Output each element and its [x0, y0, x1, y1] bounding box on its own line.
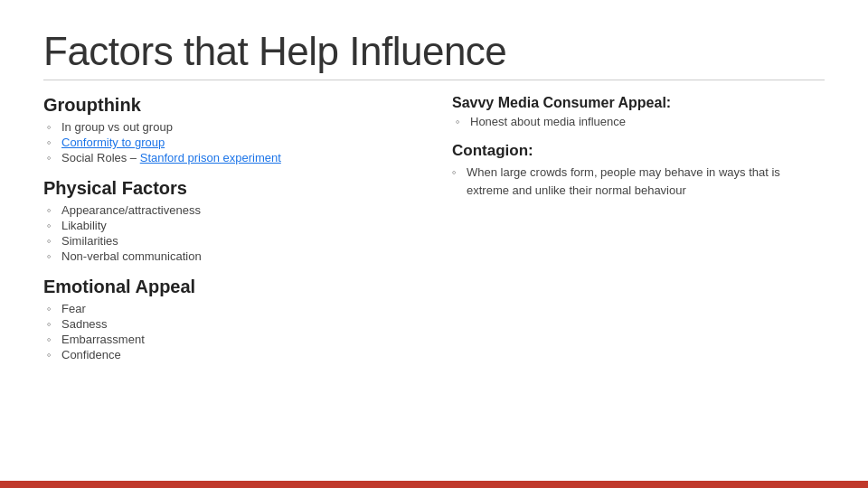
emotional-appeal-list: Fear Sadness Embarrassment Confidence: [43, 301, 416, 362]
list-item: Sadness: [47, 316, 416, 332]
list-item: Similarities: [47, 233, 416, 249]
physical-factors-title: Physical Factors: [43, 178, 416, 199]
list-item: Honest about media influence: [456, 114, 825, 129]
left-column: Groupthink In group vs out group Conform…: [43, 95, 416, 375]
groupthink-list: In group vs out group Conformity to grou…: [43, 119, 416, 165]
groupthink-title: Groupthink: [43, 95, 416, 116]
stanford-link[interactable]: Stanford prison experiment: [140, 151, 281, 164]
list-item: Social Roles – Stanford prison experimen…: [47, 150, 416, 165]
emotional-appeal-section: Emotional Appeal Fear Sadness Embarrassm…: [43, 277, 416, 362]
savvy-section: Savvy Media Consumer Appeal: Honest abou…: [452, 95, 825, 129]
title-divider: [43, 80, 825, 80]
list-item: Confidence: [47, 347, 416, 362]
two-column-layout: Groupthink In group vs out group Conform…: [43, 95, 825, 375]
physical-factors-section: Physical Factors Appearance/attractivene…: [43, 178, 416, 264]
list-item: Conformity to group: [47, 135, 416, 150]
list-item: Likability: [47, 218, 416, 233]
savvy-list: Honest about media influence: [452, 114, 825, 129]
page-content: Factors that Help Influence Groupthink I…: [0, 0, 868, 393]
emotional-appeal-title: Emotional Appeal: [43, 277, 416, 297]
conformity-link[interactable]: Conformity to group: [61, 136, 165, 149]
physical-factors-list: Appearance/attractiveness Likability Sim…: [43, 202, 416, 264]
right-column: Savvy Media Consumer Appeal: Honest abou…: [452, 95, 825, 375]
list-item: Embarrassment: [47, 332, 416, 347]
list-item: Non-verbal communication: [47, 249, 416, 264]
savvy-title: Savvy Media Consumer Appeal:: [452, 95, 825, 111]
list-item: Appearance/attractiveness: [47, 202, 416, 218]
contagion-title: Contagion:: [452, 142, 825, 160]
groupthink-section: Groupthink In group vs out group Conform…: [43, 95, 416, 165]
list-item: In group vs out group: [47, 119, 416, 135]
contagion-section: Contagion: When large crowds form, peopl…: [452, 142, 825, 199]
contagion-text: When large crowds form, people may behav…: [452, 164, 825, 199]
bottom-accent-bar: [0, 481, 868, 488]
page-title: Factors that Help Influence: [43, 29, 825, 74]
list-item: Fear: [47, 301, 416, 316]
